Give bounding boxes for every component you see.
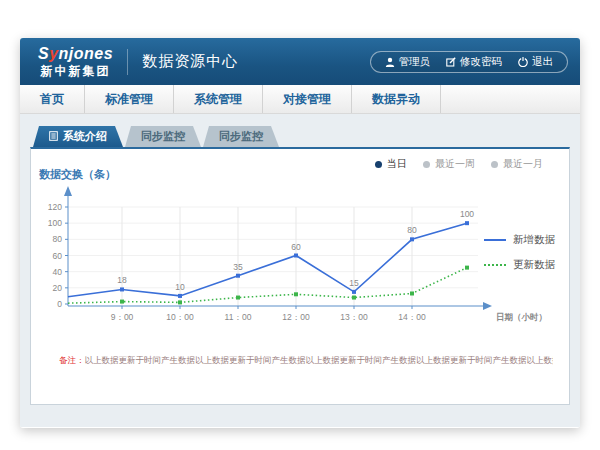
tab-sync-monitor-2[interactable]: 同步监控 [203,126,279,147]
filter-label: 最近一月 [503,157,543,171]
admin-user-button[interactable]: 管理员 [385,55,431,69]
filter-label: 当日 [387,157,407,171]
company-logo: Synjones 新中新集团 [38,46,113,77]
tab-label: 同步监控 [219,129,263,144]
main-nav: 首页 标准管理 系统管理 对接管理 数据异动 [20,85,580,114]
app-window: Synjones 新中新集团 数据资源中心 管理员 修改密码 退出 [20,38,580,428]
svg-text:100: 100 [460,209,474,219]
legend-new-data[interactable]: 新增数据 [484,233,555,247]
user-label: 管理员 [399,55,431,69]
svg-text:80: 80 [53,234,63,244]
legend-label: 新增数据 [513,233,555,247]
tab-system-intro[interactable]: 系统介绍 [33,126,123,147]
footnote: 备注：以上数据更新于时间产生数据以上数据更新于时间产生数据以上数据更新于时间产生… [59,355,553,367]
change-password-button[interactable]: 修改密码 [446,55,502,69]
tab-label: 系统介绍 [63,129,107,144]
tab-bar: 系统介绍 同步监控 同步监控 [33,126,570,147]
filter-last-month[interactable]: 最近一月 [491,157,543,171]
solid-line-icon [484,239,506,241]
footnote-text: 以上数据更新于时间产生数据以上数据更新于时间产生数据以上数据更新于时间产生数据以… [85,355,554,365]
svg-text:18: 18 [117,275,127,285]
legend-label: 更新数据 [513,258,555,272]
tab-label: 同步监控 [141,129,185,144]
logo-text-en: Synjones [38,46,113,62]
logout-label: 退出 [532,55,553,69]
app-title: 数据资源中心 [142,52,238,71]
legend-update-data[interactable]: 更新数据 [484,258,555,272]
nav-item-home[interactable]: 首页 [20,85,85,113]
line-chart: 0204060801001209：0010：0011：0012：0013：001… [45,185,557,335]
svg-text:80: 80 [407,225,417,235]
chart-panel: 当日 最近一周 最近一月 数据交换（条） 0204060801001209：00… [30,147,570,405]
edit-icon [446,57,456,67]
radio-dot-icon [375,161,382,168]
dotted-line-icon [484,264,506,266]
svg-text:15: 15 [349,278,359,288]
radio-dot-icon [491,161,498,168]
filter-last-week[interactable]: 最近一周 [423,157,475,171]
svg-text:20: 20 [53,283,63,293]
page-background: Synjones 新中新集团 数据资源中心 管理员 修改密码 退出 [0,0,600,450]
svg-text:60: 60 [291,242,301,252]
svg-text:40: 40 [53,267,63,277]
content-area: 系统介绍 同步监控 同步监控 当日 最近一周 [20,114,580,427]
tab-sync-monitor-1[interactable]: 同步监控 [125,126,201,147]
nav-item-standard-mgmt[interactable]: 标准管理 [85,85,174,113]
svg-text:10: 10 [175,282,185,292]
time-range-filters: 当日 最近一周 最近一月 [375,157,543,171]
power-icon [518,57,528,67]
logout-button[interactable]: 退出 [518,55,553,69]
footnote-label: 备注： [59,355,85,365]
header-divider [127,49,128,75]
radio-dot-icon [423,161,430,168]
svg-text:35: 35 [233,262,243,272]
logo-lightning-y: y [49,45,58,62]
svg-text:10：00: 10：00 [166,312,194,322]
logo-text-cn: 新中新集团 [41,65,111,77]
header-bar: Synjones 新中新集团 数据资源中心 管理员 修改密码 退出 [20,38,580,85]
user-menu: 管理员 修改密码 退出 [370,51,569,73]
nav-item-interface-mgmt[interactable]: 对接管理 [263,85,352,113]
svg-text:100: 100 [48,218,62,228]
y-axis-title: 数据交换（条） [39,167,116,182]
document-icon [49,131,58,143]
svg-text:0: 0 [57,299,62,309]
filter-today[interactable]: 当日 [375,157,407,171]
nav-item-data-change[interactable]: 数据异动 [352,85,441,113]
svg-text:14：00: 14：00 [398,312,426,322]
user-icon [385,57,395,67]
svg-text:日期（小时）: 日期（小时） [496,312,547,322]
svg-text:13：00: 13：00 [340,312,368,322]
svg-text:9：00: 9：00 [111,312,134,322]
filter-label: 最近一周 [435,157,475,171]
svg-text:60: 60 [53,251,63,261]
chart-legend: 新增数据 更新数据 [484,233,555,272]
svg-text:12：00: 12：00 [282,312,310,322]
svg-text:11：00: 11：00 [225,312,252,322]
svg-text:120: 120 [48,202,62,212]
nav-item-system-mgmt[interactable]: 系统管理 [174,85,263,113]
change-password-label: 修改密码 [460,55,502,69]
